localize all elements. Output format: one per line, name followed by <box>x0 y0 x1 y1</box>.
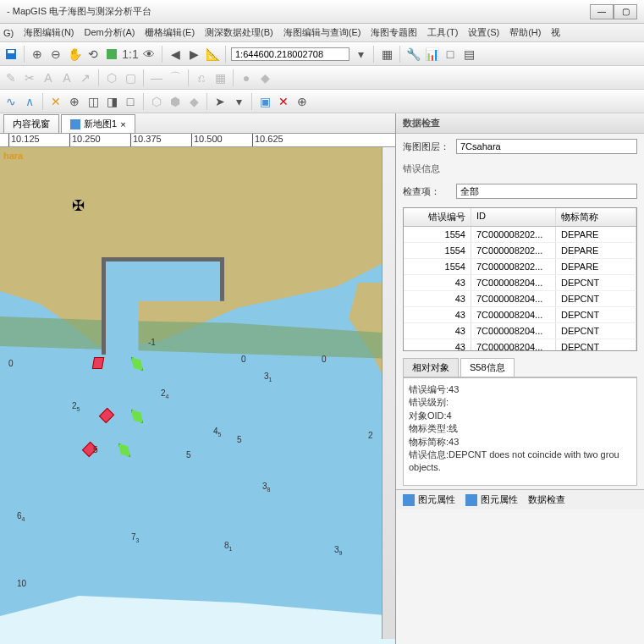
menu-item[interactable]: Dem分析(A) <box>85 26 135 39</box>
table-row[interactable]: 437C000008204...DEPCNT <box>404 275 636 291</box>
draw-icon[interactable]: ⊕ <box>67 94 82 109</box>
tool-icon[interactable]: 📊 <box>424 47 439 62</box>
column-header[interactable]: ID <box>471 208 556 226</box>
draw-icon[interactable]: ✕ <box>48 94 63 109</box>
edit-icon[interactable]: ● <box>239 70 254 85</box>
target-icon[interactable]: ⊕ <box>294 94 310 109</box>
maximize-button[interactable]: ▢ <box>614 4 637 19</box>
menu-item[interactable]: 测深数据处理(B) <box>205 26 273 39</box>
table-row[interactable]: 437C000008204...DEPCNT <box>404 339 636 351</box>
tool-icon[interactable]: □ <box>443 47 458 62</box>
zoom-out-icon[interactable]: ⊖ <box>48 47 63 62</box>
layer-input[interactable] <box>456 139 637 154</box>
properties-icon <box>403 494 415 506</box>
table-row[interactable]: 15547C000008202...DEPARE <box>404 259 636 275</box>
edit-toolbar: ✎ ✂ A A ↗ ⬡ ▢ — ⌒ ⎌ ▦ ● ◆ <box>0 66 644 90</box>
pan-icon[interactable]: ✋ <box>67 47 82 62</box>
scrollbar-vertical[interactable] <box>382 147 395 639</box>
menu-item[interactable]: G) <box>3 28 14 38</box>
refresh-icon[interactable]: ⟲ <box>85 47 101 62</box>
extent-icon[interactable] <box>104 47 119 62</box>
menu-item[interactable]: 视 <box>551 26 560 39</box>
next-icon[interactable]: ▶ <box>186 47 201 62</box>
tab-new-map[interactable]: 新地图1 × <box>61 114 135 133</box>
buoy-green <box>118 443 130 457</box>
column-header[interactable]: 物标简称 <box>556 208 636 226</box>
sounding-value: 25 <box>72 401 80 412</box>
menu-item[interactable]: 设置(S) <box>468 26 499 39</box>
close-icon[interactable]: × <box>120 119 125 129</box>
dropdown-icon[interactable]: ▾ <box>353 47 368 62</box>
draw-icon[interactable]: ∧ <box>22 94 37 109</box>
separator <box>225 46 226 63</box>
edit-icon[interactable]: ▦ <box>212 70 228 85</box>
edit-icon[interactable]: ⌒ <box>168 70 183 85</box>
sounding-value: 24 <box>161 388 168 399</box>
sounding-value: 0 <box>322 355 327 364</box>
edit-icon[interactable]: A <box>41 70 56 85</box>
tab-content-view[interactable]: 内容视窗 <box>3 114 59 133</box>
scale-input[interactable] <box>231 47 350 61</box>
edit-icon[interactable]: ◆ <box>257 70 272 85</box>
tool-icon[interactable]: 🔧 <box>405 47 421 62</box>
minimize-button[interactable]: — <box>590 4 614 19</box>
edit-icon[interactable]: A <box>59 70 74 85</box>
select-icon[interactable]: ▣ <box>257 94 272 109</box>
delete-icon[interactable]: ✕ <box>276 94 291 109</box>
eye-icon[interactable]: 👁 <box>141 47 157 62</box>
separator <box>162 46 162 63</box>
bottom-tab-attrs1[interactable]: 图元属性 <box>403 493 455 506</box>
info-line: 错误级别: <box>409 396 631 409</box>
edit-icon[interactable]: ↗ <box>78 70 93 85</box>
separator <box>42 93 43 110</box>
sounding-value: 64 <box>17 511 25 522</box>
measure-icon[interactable]: 📐 <box>205 47 220 62</box>
bottom-tab-check[interactable]: 数据检查 <box>528 493 565 506</box>
edit-icon[interactable]: ⎌ <box>194 70 209 85</box>
table-row[interactable]: 437C000008204...DEPCNT <box>404 323 636 339</box>
draw-icon[interactable]: ◆ <box>186 94 201 109</box>
layers-icon[interactable]: ▦ <box>379 47 394 62</box>
edit-icon[interactable]: ✎ <box>3 70 19 85</box>
draw-icon[interactable]: ⬡ <box>149 94 164 109</box>
harbor-structure <box>102 257 224 355</box>
info-line: 错误信息:DEPCNT does not coincide with two g… <box>409 449 631 475</box>
sounding-value: 2 <box>368 431 373 440</box>
tool-icon[interactable]: ▤ <box>461 47 476 62</box>
panel-header: 数据检查 <box>396 113 644 134</box>
edit-icon[interactable]: ⬡ <box>104 70 119 85</box>
edit-icon[interactable]: ▢ <box>123 70 138 85</box>
dropdown-icon[interactable]: ▾ <box>231 94 246 109</box>
menu-item[interactable]: 帮助(H) <box>509 26 541 39</box>
column-header[interactable]: 错误编号 <box>404 208 471 226</box>
menu-item[interactable]: 海图编辑与查询(E) <box>283 26 361 39</box>
table-row[interactable]: 437C000008204...DEPCNT <box>404 307 636 323</box>
tab-s58[interactable]: S58信息 <box>460 358 515 377</box>
check-input[interactable] <box>456 184 637 199</box>
prev-icon[interactable]: ◀ <box>168 47 183 62</box>
map-canvas[interactable]: ✠ hara 0-100252431245555386473813910 <box>0 147 395 644</box>
pointer-icon[interactable]: ➤ <box>212 94 228 109</box>
zoom-in-icon[interactable]: ⊕ <box>30 47 45 62</box>
ratio-label[interactable]: 1:1 <box>123 47 138 62</box>
menu-item[interactable]: 栅格编辑(E) <box>145 26 195 39</box>
menu-item[interactable]: 工具(T) <box>427 26 458 39</box>
table-row[interactable]: 15547C000008202...DEPARE <box>404 243 636 259</box>
bottom-tab-attrs2[interactable]: 图元属性 <box>465 493 518 506</box>
tab-relative[interactable]: 相对对象 <box>403 358 459 377</box>
draw-icon[interactable]: ◫ <box>85 94 101 109</box>
table-row[interactable]: 15547C000008202...DEPARE <box>404 227 636 243</box>
menu-item[interactable]: 海图编辑(N) <box>24 26 74 39</box>
separator <box>373 46 374 63</box>
edit-icon[interactable]: — <box>149 70 164 85</box>
table-row[interactable]: 437C000008204...DEPCNT <box>404 291 636 307</box>
draw-toolbar: ∿ ∧ ✕ ⊕ ◫ ◨ □ ⬡ ⬢ ◆ ➤ ▾ ▣ ✕ ⊕ <box>0 90 644 113</box>
draw-icon[interactable]: □ <box>123 94 138 109</box>
save-icon[interactable] <box>3 47 19 62</box>
draw-icon[interactable]: ⬢ <box>168 94 183 109</box>
edit-icon[interactable]: ✂ <box>22 70 37 85</box>
menu-item[interactable]: 海图专题图 <box>371 26 417 39</box>
draw-icon[interactable]: ◨ <box>104 94 119 109</box>
sounding-value: 39 <box>334 545 342 556</box>
draw-icon[interactable]: ∿ <box>3 94 19 109</box>
